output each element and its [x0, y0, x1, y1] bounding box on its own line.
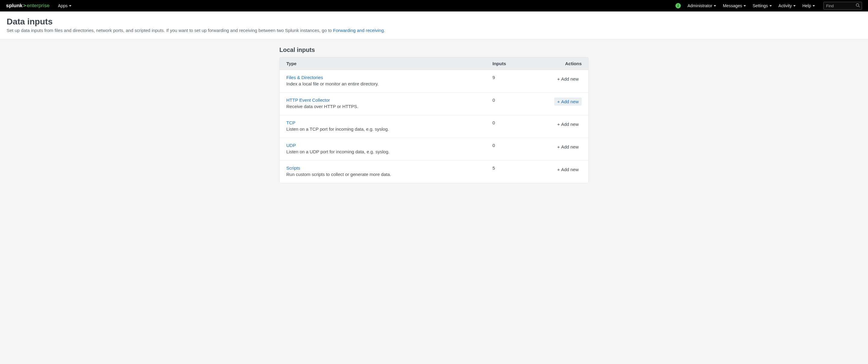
input-count: 5: [486, 161, 528, 176]
input-count: 0: [486, 93, 528, 109]
col-header-inputs: Inputs: [486, 57, 528, 70]
caret-down-icon: [744, 5, 746, 7]
search-icon: [856, 3, 860, 8]
add-new-label: Add new: [561, 167, 579, 172]
plus-icon: +: [557, 76, 560, 82]
input-type-link[interactable]: Scripts: [286, 165, 300, 171]
caret-down-icon: [69, 5, 71, 7]
local-inputs-table: Type Inputs Actions Files & DirectoriesI…: [279, 57, 589, 183]
content-area: Local inputs Type Inputs Actions Files &…: [276, 47, 592, 183]
actions-cell: +Add new: [528, 161, 588, 179]
nav-apps[interactable]: Apps: [58, 3, 71, 8]
find-box: [824, 2, 862, 10]
nav-settings-label: Settings: [752, 3, 768, 8]
actions-cell: +Add new: [528, 93, 588, 112]
type-cell: HTTP Event CollectorReceive data over HT…: [280, 93, 486, 115]
type-cell: TCPListen on a TCP port for incoming dat…: [280, 115, 486, 138]
table-row: ScriptsRun custom scripts to collect or …: [280, 161, 588, 183]
subtitle-text-before: Set up data inputs from files and direct…: [7, 28, 333, 33]
page-header: Data inputs Set up data inputs from file…: [0, 11, 868, 39]
nav-administrator[interactable]: Administrator: [687, 3, 716, 8]
page-title: Data inputs: [7, 17, 861, 27]
plus-icon: +: [557, 122, 560, 127]
plus-icon: +: [557, 167, 560, 172]
input-type-link[interactable]: Files & Directories: [286, 75, 323, 80]
brand-product: enterprise: [27, 3, 50, 9]
col-header-actions: Actions: [528, 57, 588, 70]
input-type-link[interactable]: TCP: [286, 120, 296, 125]
table-row: HTTP Event CollectorReceive data over HT…: [280, 93, 588, 115]
col-header-type: Type: [280, 57, 486, 70]
section-title: Local inputs: [279, 47, 589, 53]
input-count: 0: [486, 138, 528, 154]
nav-help[interactable]: Help: [802, 3, 815, 8]
type-cell: ScriptsRun custom scripts to collect or …: [280, 161, 486, 183]
table-row: TCPListen on a TCP port for incoming dat…: [280, 115, 588, 138]
input-type-desc: Run custom scripts to collect or generat…: [286, 172, 479, 177]
svg-line-1: [859, 6, 860, 7]
logo-chevron-icon: >: [23, 3, 27, 9]
add-new-button[interactable]: +Add new: [554, 75, 582, 83]
nav-activity-label: Activity: [778, 3, 792, 8]
top-nav: splunk > enterprise Apps i Administrator…: [0, 0, 868, 11]
table-row: UDPListen on a UDP port for incoming dat…: [280, 138, 588, 161]
svg-point-0: [856, 4, 859, 6]
input-type-desc: Index a local file or monitor an entire …: [286, 81, 479, 86]
plus-icon: +: [557, 99, 560, 104]
caret-down-icon: [793, 5, 796, 7]
subtitle-text-after: .: [384, 28, 385, 33]
add-new-button[interactable]: +Add new: [554, 120, 582, 128]
plus-icon: +: [557, 144, 560, 149]
info-icon[interactable]: i: [675, 3, 681, 8]
input-type-desc: Receive data over HTTP or HTTPS.: [286, 104, 479, 109]
type-cell: Files & DirectoriesIndex a local file or…: [280, 70, 486, 92]
table-header: Type Inputs Actions: [280, 57, 588, 70]
brand-name: splunk: [6, 3, 23, 9]
nav-settings[interactable]: Settings: [752, 3, 772, 8]
nav-messages-label: Messages: [723, 3, 742, 8]
add-new-label: Add new: [561, 99, 579, 104]
add-new-button[interactable]: +Add new: [554, 143, 582, 151]
type-cell: UDPListen on a UDP port for incoming dat…: [280, 138, 486, 160]
page-subtitle: Set up data inputs from files and direct…: [7, 28, 861, 33]
caret-down-icon: [812, 5, 815, 7]
input-type-link[interactable]: UDP: [286, 143, 296, 148]
add-new-button[interactable]: +Add new: [554, 97, 582, 106]
input-type-desc: Listen on a UDP port for incoming data, …: [286, 149, 479, 154]
actions-cell: +Add new: [528, 138, 588, 157]
input-count: 9: [486, 70, 528, 86]
nav-apps-label: Apps: [58, 3, 67, 8]
add-new-label: Add new: [561, 122, 579, 127]
input-type-link[interactable]: HTTP Event Collector: [286, 97, 330, 103]
actions-cell: +Add new: [528, 70, 588, 89]
actions-cell: +Add new: [528, 115, 588, 134]
caret-down-icon: [714, 5, 716, 7]
add-new-label: Add new: [561, 76, 579, 82]
add-new-label: Add new: [561, 144, 579, 149]
logo[interactable]: splunk > enterprise: [6, 3, 50, 9]
nav-help-label: Help: [802, 3, 811, 8]
caret-down-icon: [770, 5, 772, 7]
input-type-desc: Listen on a TCP port for incoming data, …: [286, 127, 479, 132]
table-row: Files & DirectoriesIndex a local file or…: [280, 70, 588, 93]
add-new-button[interactable]: +Add new: [554, 165, 582, 173]
nav-messages[interactable]: Messages: [723, 3, 746, 8]
nav-administrator-label: Administrator: [687, 3, 712, 8]
nav-activity[interactable]: Activity: [778, 3, 796, 8]
forwarding-receiving-link[interactable]: Forwarding and receiving: [333, 28, 384, 33]
input-count: 0: [486, 115, 528, 131]
